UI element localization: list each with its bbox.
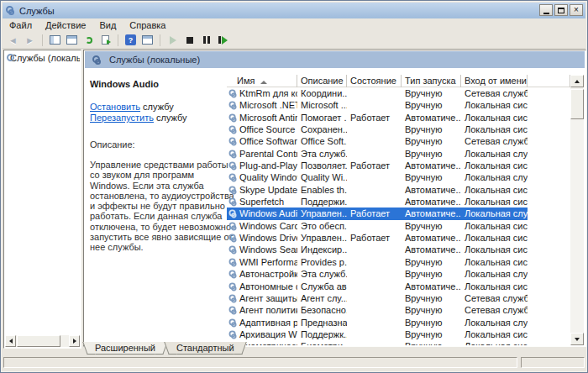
table-row[interactable]: Биометрическая ...Биометри...ВручнуюЛока… <box>227 340 528 345</box>
table-row[interactable]: Office Software Pr...Office Soft...Вручн… <box>227 135 528 147</box>
cell-logon-as: Локальная сис... <box>461 196 528 208</box>
column-header-logon-as[interactable]: Вход от имени <box>461 75 528 87</box>
table-row[interactable]: Агент защиты сет...Агент слу...ВручнуюСе… <box>227 292 528 304</box>
cell-name: Plug-and-Play <box>227 160 297 171</box>
table-row[interactable]: Quality Windows ...Quality Wi...ВручнуюЛ… <box>227 171 528 183</box>
cell-name: Адаптивная регу... <box>227 317 297 328</box>
cell-status <box>347 268 402 280</box>
cell-name: Windows Driver F... <box>227 232 297 244</box>
toolbar-separator <box>118 34 118 46</box>
statusbar-pane-left <box>3 357 517 368</box>
scroll-left-button[interactable] <box>5 335 16 347</box>
pause-service-button[interactable] <box>199 34 213 47</box>
table-row[interactable]: Microsoft .NET Fr...Microsoft ....Вручну… <box>227 99 528 111</box>
cell-logon-as: Локальная сис... <box>461 340 528 345</box>
properties-button[interactable] <box>140 34 155 47</box>
restart-service-link[interactable]: Перезапустить <box>90 113 154 123</box>
cell-description: Безопасно... <box>297 304 347 316</box>
column-header-startup-type[interactable]: Тип запуска <box>402 75 461 87</box>
minimize-button[interactable] <box>539 4 553 16</box>
cell-description: Агент слу... <box>297 292 347 304</box>
table-row[interactable]: Windows Driver F...Управлен...РаботаетАв… <box>227 232 528 244</box>
table-row[interactable]: KtmRm для коор...Координи...ВручнуюСетев… <box>227 87 528 99</box>
back-button[interactable]: ◄ <box>6 34 20 47</box>
refresh-button[interactable] <box>81 34 96 47</box>
table-row[interactable]: Windows SearchИндексир...Автоматиче...Ло… <box>227 244 528 255</box>
titlebar[interactable]: Службы × <box>3 3 585 18</box>
menu-action[interactable]: Действие <box>39 20 92 30</box>
table-row[interactable]: Plug-and-PlayПозволяет...РаботаетАвтомат… <box>227 160 528 171</box>
start-service-button[interactable] <box>165 34 180 47</box>
help-button[interactable]: ? <box>123 34 138 47</box>
cell-description: Предназна... <box>297 317 347 328</box>
start-service-icon <box>170 36 176 45</box>
cell-logon-as: Локальная сис... <box>461 160 528 171</box>
scrollbar-thumb[interactable] <box>570 89 584 119</box>
tab-extended[interactable]: Расширенный <box>88 342 162 355</box>
cell-startup-type: Автоматиче... <box>402 112 461 123</box>
stop-service-icon <box>186 37 193 44</box>
forward-button[interactable]: ► <box>23 34 37 47</box>
cell-name: Windows Audio <box>227 208 297 219</box>
scroll-up-button[interactable] <box>570 75 584 87</box>
stop-service-line: Остановить службу <box>90 102 234 113</box>
cell-description: Индексир... <box>297 244 347 255</box>
list-vertical-scrollbar[interactable] <box>570 75 584 345</box>
table-row[interactable]: SuperfetchПоддержи...Автоматиче...Локаль… <box>227 196 528 208</box>
tab-standard-label: Стандартный <box>176 343 234 353</box>
stop-service-link[interactable]: Остановить <box>90 102 140 112</box>
table-row[interactable]: Агент политики I...Безопасно...ВручнуюСе… <box>227 304 528 316</box>
tree-horizontal-scrollbar[interactable] <box>5 335 80 347</box>
cell-name: Windows CardSpa... <box>227 220 297 232</box>
table-row[interactable]: WMI Performance...Provides p...ВручнуюЛо… <box>227 256 528 268</box>
menubar: Файл Действие Вид Справка <box>3 19 585 31</box>
cell-startup-type: Автоматиче... <box>402 281 461 292</box>
cell-name: Office Software Pr... <box>227 135 297 147</box>
export-list-button[interactable] <box>98 34 113 47</box>
cell-startup-type: Вручную <box>402 292 461 304</box>
scrollbar-track[interactable] <box>60 335 69 347</box>
column-header-status[interactable]: Состояние <box>347 75 402 87</box>
panel-header-title: Службы (локальные) <box>109 55 200 65</box>
list-header: Имя Описание Состояние Тип запуска Вход … <box>227 75 570 87</box>
cell-logon-as: Сетевая служба <box>461 292 528 304</box>
table-row[interactable]: Office Source Eng...Сохранен...ВручнуюЛо… <box>227 123 528 135</box>
cell-startup-type: Вручную <box>402 87 461 99</box>
scroll-down-icon <box>575 338 580 341</box>
cell-status <box>347 281 402 292</box>
cell-logon-as: Локальная сис... <box>461 232 528 244</box>
table-row[interactable]: Автономные фай...Служба ав...Автоматиче.… <box>227 281 528 292</box>
tab-standard[interactable]: Стандартный <box>170 342 241 355</box>
restart-service-button[interactable] <box>216 34 230 47</box>
scroll-down-button[interactable] <box>570 333 584 345</box>
cell-status <box>347 328 402 340</box>
column-header-description[interactable]: Описание <box>297 75 347 87</box>
scroll-up-icon <box>575 80 580 83</box>
show-console-tree-button[interactable] <box>48 34 62 47</box>
cell-startup-type: Вручную <box>402 317 461 328</box>
cell-startup-type: Автоматиче... <box>402 232 461 244</box>
table-row[interactable]: Адаптивная регу...Предназна...ВручнуюЛок… <box>227 317 528 328</box>
column-header-filler <box>528 75 570 87</box>
column-header-name[interactable]: Имя <box>227 75 297 87</box>
maximize-button[interactable] <box>554 4 568 16</box>
cell-description: Эта служб... <box>297 268 347 280</box>
close-button[interactable]: × <box>570 4 583 16</box>
tree-item-label: Службы (локальные) <box>10 53 80 63</box>
table-row[interactable]: Parental ControlsЭта служб...ВручнуюЛока… <box>227 148 528 160</box>
menu-file[interactable]: Файл <box>3 20 39 30</box>
scroll-right-button[interactable] <box>69 335 80 347</box>
table-row[interactable]: Windows CardSpa...Это обесп...ВручнуюЛок… <box>227 220 528 232</box>
stop-service-button[interactable] <box>182 34 197 47</box>
table-row[interactable]: Автонастройка W...Эта служб...ВручнуюЛок… <box>227 268 528 280</box>
table-row[interactable]: Архивация Windo...Поддержк...ВручнуюЛока… <box>227 328 528 340</box>
cell-logon-as: Сетевая служба <box>461 135 528 147</box>
table-row[interactable]: Skype UpdaterEnables th...Автоматиче...Л… <box>227 184 528 196</box>
table-row[interactable]: Windows AudioУправлен...РаботаетАвтомати… <box>227 208 528 219</box>
menu-help[interactable]: Справка <box>123 20 172 30</box>
tree-item-services-local[interactable]: Службы (локальные) <box>7 53 80 63</box>
menu-view[interactable]: Вид <box>92 20 123 30</box>
console-window-button[interactable] <box>65 34 79 47</box>
table-row[interactable]: Microsoft Antimal...Помогает ...Работает… <box>227 112 528 123</box>
scrollbar-thumb[interactable] <box>17 335 60 347</box>
